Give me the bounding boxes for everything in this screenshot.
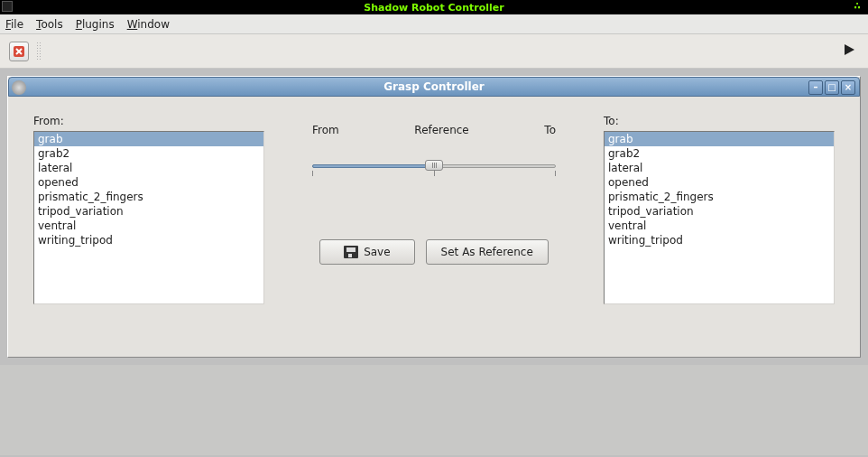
app-icon: [2, 1, 13, 12]
toolbar-grip[interactable]: [36, 42, 42, 61]
svg-marker-1: [845, 44, 854, 55]
slider-label-to: To: [544, 124, 556, 136]
list-item[interactable]: tripod_variation: [605, 204, 834, 219]
set-as-reference-button[interactable]: Set As Reference: [426, 239, 549, 265]
close-icon: [13, 45, 25, 58]
save-button-label: Save: [364, 246, 390, 258]
list-item[interactable]: lateral: [34, 161, 263, 175]
list-item[interactable]: ventral: [34, 219, 263, 233]
interpolation-slider[interactable]: [312, 158, 556, 174]
set-as-reference-label: Set As Reference: [441, 246, 533, 258]
save-button[interactable]: Save: [319, 239, 414, 265]
list-item[interactable]: grab2: [34, 146, 263, 161]
button-row: Save Set As Reference: [319, 239, 549, 265]
list-item[interactable]: lateral: [605, 161, 834, 175]
subwindow-icon: [12, 80, 26, 95]
list-item[interactable]: writing_tripod: [34, 233, 263, 247]
slider-label-reference: Reference: [339, 124, 545, 136]
slider-label-from: From: [312, 124, 339, 136]
slider-fill: [312, 164, 434, 168]
from-column: From: grabgrab2lateralopenedprismatic_2_…: [33, 115, 264, 342]
list-item[interactable]: tripod_variation: [34, 204, 263, 219]
center-column: From Reference To Save: [300, 115, 568, 342]
toolbar-close-button[interactable]: [9, 42, 29, 61]
window-control-dots[interactable]: ∴: [854, 0, 864, 12]
to-label: To:: [604, 115, 835, 127]
list-item[interactable]: grab: [34, 132, 263, 146]
subwindow-maximize-button[interactable]: □: [825, 80, 839, 95]
window-title: Shadow Robot Controller: [364, 2, 503, 14]
from-label: From:: [33, 115, 264, 127]
to-column: To: grabgrab2lateralopenedprismatic_2_fi…: [604, 115, 835, 342]
list-item[interactable]: prismatic_2_fingers: [605, 190, 834, 204]
slider-tick-mid: [434, 171, 435, 176]
toolbar: [0, 34, 868, 69]
slider-tick-start: [312, 171, 313, 176]
menubar: File Tools Plugins Window: [0, 14, 868, 34]
save-icon: [344, 246, 358, 258]
from-listbox[interactable]: grabgrab2lateralopenedprismatic_2_finger…: [33, 131, 264, 304]
menu-file[interactable]: File: [5, 18, 23, 31]
slider-tick-end: [555, 171, 556, 176]
menu-window[interactable]: Window: [127, 18, 170, 31]
list-item[interactable]: ventral: [605, 219, 834, 233]
to-listbox[interactable]: grabgrab2lateralopenedprismatic_2_finger…: [604, 131, 835, 304]
mdi-area: Grasp Controller – □ × From: grabgrab2la…: [0, 69, 868, 365]
subwindow-minimize-button[interactable]: –: [808, 80, 823, 95]
subwindow-title: Grasp Controller: [383, 80, 485, 93]
toolbar-play-button[interactable]: [843, 43, 855, 59]
list-item[interactable]: writing_tripod: [605, 233, 834, 247]
play-icon: [843, 43, 855, 56]
list-item[interactable]: prismatic_2_fingers: [34, 190, 263, 204]
list-item[interactable]: opened: [605, 175, 834, 190]
list-item[interactable]: opened: [34, 175, 263, 190]
menu-plugins[interactable]: Plugins: [76, 18, 115, 31]
subwindow-titlebar[interactable]: Grasp Controller – □ ×: [8, 77, 860, 97]
grasp-controller-body: From: grabgrab2lateralopenedprismatic_2_…: [8, 97, 860, 357]
menu-tools[interactable]: Tools: [36, 18, 63, 31]
slider-thumb[interactable]: [425, 160, 443, 171]
window-titlebar: Shadow Robot Controller ∴: [0, 0, 868, 14]
list-item[interactable]: grab: [605, 132, 834, 146]
slider-labels: From Reference To: [312, 124, 556, 136]
empty-area: [0, 365, 868, 455]
list-item[interactable]: grab2: [605, 146, 834, 161]
grasp-controller-subwindow: Grasp Controller – □ × From: grabgrab2la…: [7, 76, 861, 358]
subwindow-close-button[interactable]: ×: [841, 80, 855, 95]
